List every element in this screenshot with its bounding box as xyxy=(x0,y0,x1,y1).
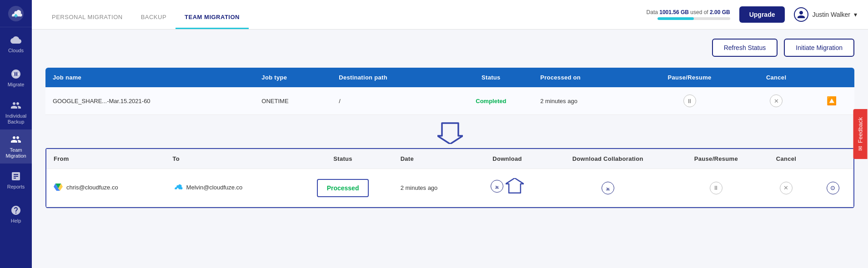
header-right: Data 1001.56 GB used of 2.00 GB Upgrade … xyxy=(647,6,857,23)
sub-cell-status: Processed xyxy=(292,169,393,207)
sidebar-item-reports-label: Reports xyxy=(7,184,25,190)
tab-backup[interactable]: BACKUP xyxy=(132,14,176,29)
data-usage-text: Data 1001.56 GB used of 2.00 GB xyxy=(647,9,730,15)
cancel-button[interactable]: ✕ xyxy=(770,94,783,107)
sub-table-wrapper: From To Status Date Download Download Co… xyxy=(45,148,854,208)
sub-cell-expand: ⊙ xyxy=(813,169,853,207)
data-usage: Data 1001.56 GB used of 2.00 GB xyxy=(647,9,730,20)
data-used: 1001.56 GB xyxy=(659,9,689,15)
cell-expand: 🔼 xyxy=(808,87,854,115)
cell-processed-on: 2 minutes ago xyxy=(533,87,635,115)
tab-team-migration[interactable]: TEAM MIGRATION xyxy=(176,14,249,29)
col-cancel: Cancel xyxy=(744,68,808,87)
feedback-label: Feedback xyxy=(857,117,863,143)
sub-col-from: From xyxy=(46,149,166,169)
svg-marker-2 xyxy=(437,123,463,144)
sidebar-item-individual-backup[interactable]: Individual Backup xyxy=(0,95,32,129)
status-completed-label: Completed xyxy=(476,98,506,104)
sub-cell-pause: ⏸ xyxy=(672,169,760,207)
data-total: 2.00 GB xyxy=(710,9,730,15)
sidebar-item-backup-label: Individual Backup xyxy=(0,113,32,125)
sub-col-cancel: Cancel xyxy=(760,149,812,169)
sidebar-item-clouds[interactable]: Clouds xyxy=(0,27,32,61)
sub-cell-download xyxy=(471,169,543,207)
svg-marker-4 xyxy=(506,178,524,193)
download-collab-button[interactable] xyxy=(602,182,614,194)
sub-table-data-row: chris@cloudfuze.co xyxy=(46,169,853,207)
action-row: Refresh Status Initiate Migration xyxy=(45,39,854,57)
sidebar-item-team-migration[interactable]: Team Migration xyxy=(0,129,32,164)
sub-cell-from: chris@cloudfuze.co xyxy=(46,169,166,207)
from-email: chris@cloudfuze.co xyxy=(66,184,118,191)
sub-cell-cancel: ✕ xyxy=(760,169,812,207)
nav-tabs: PERSONAL MIGRATION BACKUP TEAM MIGRATION xyxy=(43,14,249,29)
arrow-up-indicator xyxy=(506,176,524,199)
sub-col-download-collab: Download Collaboration xyxy=(543,149,672,169)
arrow-down-indicator xyxy=(45,115,854,148)
sub-col-action xyxy=(813,149,853,169)
to-user: Melvin@cloudfuze.co xyxy=(173,182,243,192)
sidebar-item-help-label: Help xyxy=(11,218,21,224)
sidebar-item-migrate-label: Migrate xyxy=(8,82,25,88)
sub-cancel-button[interactable]: ✕ xyxy=(780,182,793,194)
collapse-icon[interactable]: 🔼 xyxy=(827,96,837,105)
sidebar-item-reports[interactable]: Reports xyxy=(0,164,32,198)
sub-expand-button[interactable]: ⊙ xyxy=(827,182,839,194)
progress-bar-container xyxy=(657,17,730,20)
cell-cancel: ✕ xyxy=(744,87,808,115)
main-content: PERSONAL MIGRATION BACKUP TEAM MIGRATION… xyxy=(32,0,868,268)
sidebar-item-clouds-label: Clouds xyxy=(8,48,24,54)
top-nav: PERSONAL MIGRATION BACKUP TEAM MIGRATION… xyxy=(32,0,868,30)
initiate-migration-button[interactable]: Initiate Migration xyxy=(784,39,854,57)
sub-table: From To Status Date Download Download Co… xyxy=(46,149,853,207)
user-menu[interactable]: Justin Walker ▾ xyxy=(794,7,857,22)
sidebar-item-help[interactable]: Help xyxy=(0,198,32,232)
arrow-row xyxy=(45,115,854,148)
sidebar: Clouds Migrate Individual Backup Team Mi… xyxy=(0,0,32,268)
tab-personal-migration[interactable]: PERSONAL MIGRATION xyxy=(43,14,132,29)
user-chevron-icon: ▾ xyxy=(854,11,857,18)
sub-col-date: Date xyxy=(393,149,471,169)
download-button[interactable] xyxy=(491,180,503,193)
from-user: chris@cloudfuze.co xyxy=(54,183,118,192)
sub-table-row: From To Status Date Download Download Co… xyxy=(45,148,854,208)
progress-bar-fill xyxy=(657,17,694,20)
cell-pause-resume: ⏸ xyxy=(635,87,744,115)
to-email: Melvin@cloudfuze.co xyxy=(186,184,243,191)
table-row: GOOGLE_SHARE...-Mar.15.2021-60 ONETIME /… xyxy=(45,87,854,115)
content-area: Refresh Status Initiate Migration Job na… xyxy=(32,30,868,268)
main-table: Job name Job type Destination path Statu… xyxy=(45,68,854,208)
col-processed-on: Processed on xyxy=(533,68,635,87)
col-pause-resume: Pause/Resume xyxy=(635,68,744,87)
status-processed-label: Processed xyxy=(317,179,369,197)
col-dest-path: Destination path xyxy=(331,68,449,87)
refresh-status-button[interactable]: Refresh Status xyxy=(712,39,778,57)
sub-pause-button[interactable]: ⏸ xyxy=(710,182,722,194)
user-avatar xyxy=(794,7,808,22)
sub-cell-to: Melvin@cloudfuze.co xyxy=(166,169,293,207)
sidebar-item-team-label: Team Migration xyxy=(0,147,32,159)
cell-job-name: GOOGLE_SHARE...-Mar.15.2021-60 xyxy=(45,87,254,115)
sub-cell-date: 2 minutes ago xyxy=(393,169,471,207)
sub-col-status: Status xyxy=(292,149,393,169)
col-status: Status xyxy=(449,68,533,87)
cell-dest-path: / xyxy=(331,87,449,115)
sidebar-item-migrate[interactable]: Migrate xyxy=(0,61,32,95)
sub-col-pause-resume: Pause/Resume xyxy=(672,149,760,169)
pause-button[interactable]: ⏸ xyxy=(683,94,696,107)
feedback-icon: ✉ xyxy=(857,146,863,151)
col-job-name: Job name xyxy=(45,68,254,87)
col-expand xyxy=(808,68,854,87)
feedback-tab[interactable]: ✉ Feedback xyxy=(853,109,867,159)
cell-job-type: ONETIME xyxy=(254,87,331,115)
sub-col-to: To xyxy=(166,149,293,169)
col-job-type: Job type xyxy=(254,68,331,87)
user-name: Justin Walker xyxy=(812,11,850,18)
cell-status: Completed xyxy=(449,87,533,115)
upgrade-button[interactable]: Upgrade xyxy=(739,6,785,23)
sub-cell-download-collab xyxy=(543,169,672,207)
app-logo[interactable] xyxy=(0,0,32,27)
sub-col-download: Download xyxy=(471,149,543,169)
